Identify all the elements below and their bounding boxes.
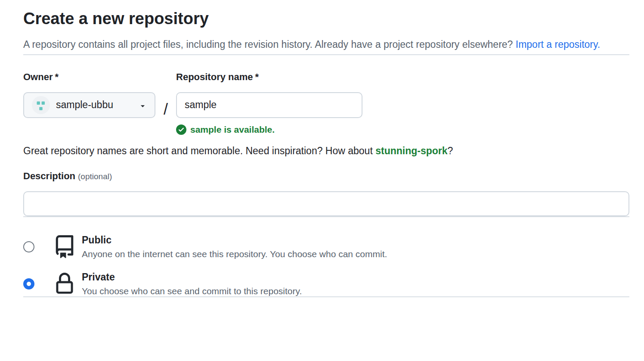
import-repository-link[interactable]: Import a repository. <box>516 39 600 50</box>
public-option-label: Public <box>82 234 387 246</box>
required-asterisk: * <box>55 72 59 82</box>
chevron-down-icon <box>139 101 147 109</box>
availability-message: sample is available. <box>176 124 362 135</box>
create-repository-page: Create a new repository A repository con… <box>0 0 644 297</box>
private-radio[interactable] <box>23 278 34 289</box>
private-option-text: Private You choose who can see and commi… <box>82 271 302 296</box>
visibility-options: Public Anyone on the internet can see th… <box>23 234 629 296</box>
public-option-text: Public Anyone on the internet can see th… <box>82 234 387 259</box>
public-option-description: Anyone on the internet can see this repo… <box>82 249 387 259</box>
section-divider <box>23 216 629 217</box>
suggestion-text-after: ? <box>448 145 453 156</box>
availability-text: sample is available. <box>190 124 275 135</box>
owner-repo-row: Owner* sample-ubbu / <box>23 72 629 135</box>
lock-icon <box>53 273 77 295</box>
name-suggestion: Great repository names are short and mem… <box>23 145 629 157</box>
visibility-option-public: Public Anyone on the internet can see th… <box>23 234 629 259</box>
suggestion-text-before: Great repository names are short and mem… <box>23 145 375 156</box>
private-option-label: Private <box>82 271 302 283</box>
public-radio[interactable] <box>23 241 34 252</box>
section-divider <box>23 54 629 55</box>
repository-name-field: Repository name* sample is available. <box>176 72 362 135</box>
subtitle-text: A repository contains all project files,… <box>23 39 513 50</box>
check-circle-icon <box>176 124 186 135</box>
description-field: Description(optional) <box>23 171 629 216</box>
page-subtitle: A repository contains all project files,… <box>23 35 629 54</box>
owner-selected-value: sample-ubbu <box>56 99 113 111</box>
owner-repo-separator: / <box>164 72 168 122</box>
private-option-description: You choose who can see and commit to thi… <box>82 286 302 296</box>
owner-field: Owner* sample-ubbu <box>23 72 155 118</box>
section-divider <box>23 296 629 297</box>
repository-name-label: Repository name* <box>176 72 362 83</box>
repo-book-icon <box>53 235 77 258</box>
description-input[interactable] <box>23 191 629 216</box>
owner-avatar <box>32 96 50 114</box>
suggested-name-link[interactable]: stunning-spork <box>375 145 447 156</box>
description-label: Description(optional) <box>23 171 112 181</box>
owner-select-button[interactable]: sample-ubbu <box>23 92 155 118</box>
page-title: Create a new repository <box>23 9 629 28</box>
owner-label: Owner* <box>23 72 155 83</box>
optional-note: (optional) <box>78 172 112 181</box>
required-asterisk: * <box>255 72 259 82</box>
visibility-option-private: Private You choose who can see and commi… <box>23 271 629 296</box>
repository-name-input[interactable] <box>176 92 362 118</box>
